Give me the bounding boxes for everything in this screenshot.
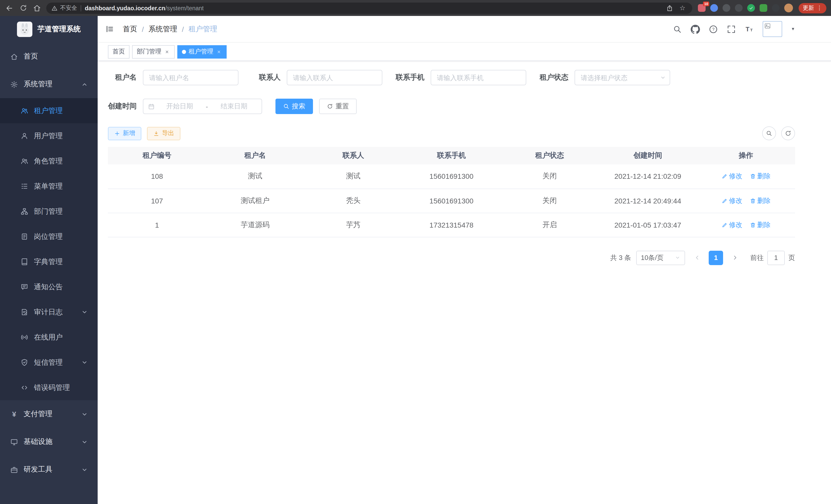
extension-icon-2[interactable] [710,4,718,12]
sidebar-item-home[interactable]: 首页 [0,42,98,70]
tenant-table: 租户编号 租户名 联系人 联系手机 租户状态 创建时间 操作 108 测试 [108,147,795,237]
tags-view: 首页 部门管理 租户管理 [98,42,831,61]
chevron-down-icon [81,359,88,366]
shield-icon [21,359,28,366]
date-end-placeholder[interactable]: 结束日期 [211,102,257,111]
delete-link[interactable]: 删除 [749,172,771,181]
font-size-icon[interactable]: TT [745,24,754,34]
mobile-label: 联系手机 [396,73,431,82]
reset-button[interactable]: 重置 [319,99,357,114]
sidebar-item-dept[interactable]: 部门管理 [0,199,98,224]
header-actions: ? TT ▼ [673,21,795,37]
profile-avatar[interactable] [784,4,793,12]
address-bar[interactable]: 不安全 dashboard.yudao.iocoder.cn/system/te… [46,2,692,13]
user-avatar[interactable] [763,21,782,37]
svg-text:?: ? [712,27,715,31]
cell-mobile: 15601691300 [402,188,500,213]
sidebar-item-error-code[interactable]: 错误码管理 [0,375,98,400]
cell-name: 测试租户 [206,188,304,213]
page-size-select[interactable]: 10条/页 [636,250,685,265]
edit-link[interactable]: 修改 [721,196,742,205]
trash-icon [749,222,756,228]
extension-icon-6[interactable] [760,4,767,12]
tab-dept[interactable]: 部门管理 [132,45,175,58]
sidebar-item-payment[interactable]: ¥ 支付管理 [0,400,98,428]
sidebar-item-sms[interactable]: 短信管理 [0,350,98,375]
sidebar-item-tenant[interactable]: 租户管理 [0,98,98,123]
menu-label: 通知公告 [34,282,88,292]
edit-link[interactable]: 修改 [721,172,742,181]
edit-icon [721,222,727,228]
reload-button[interactable] [19,3,28,12]
extension-icon-4[interactable] [735,4,743,12]
search-icon[interactable] [673,24,682,34]
col-status: 租户状态 [500,147,599,165]
url-path: /system/tenant [165,5,204,11]
current-page[interactable]: 1 [709,250,723,265]
avatar-caret-icon[interactable]: ▼ [791,27,795,31]
sidebar-item-infra[interactable]: 基础设施 [0,428,98,456]
extension-icon-1[interactable]: 10 [698,4,706,12]
sidebar-item-devtools[interactable]: 研发工具 [0,456,98,483]
breadcrumb-system[interactable]: 系统管理 [148,24,177,34]
cell-mobile: 15601691300 [402,165,500,188]
extension-icon-5[interactable] [747,4,755,12]
sidebar-item-menu[interactable]: 菜单管理 [0,174,98,199]
date-start-placeholder[interactable]: 开始日期 [157,102,203,111]
goto-page-input[interactable] [767,250,785,265]
search-button[interactable]: 搜索 [276,99,313,114]
close-icon[interactable] [216,49,222,55]
sidebar-item-role[interactable]: 角色管理 [0,148,98,174]
delete-link[interactable]: 删除 [749,220,771,229]
bookmark-star-icon[interactable]: ☆ [678,3,687,12]
share-icon[interactable] [665,3,674,12]
next-page-button[interactable] [728,250,742,265]
extension-icon-7[interactable] [772,4,780,12]
sidebar: 芋道管理系统 首页 系统管理 租户管理 [0,16,98,504]
sidebar-item-notice[interactable]: 通知公告 [0,274,98,299]
status-select-input[interactable] [575,70,670,85]
sidebar-item-system[interactable]: 系统管理 [0,70,98,98]
sidebar-item-post[interactable]: 岗位管理 [0,224,98,249]
export-button[interactable]: 导出 [147,127,180,140]
tenant-name-input[interactable] [143,70,238,85]
sidebar-item-audit-log[interactable]: 审计日志 [0,299,98,325]
url-text: dashboard.yudao.iocoder.cn/system/tenant [85,5,204,11]
tab-tenant[interactable]: 租户管理 [177,45,227,58]
home-button[interactable] [32,3,41,12]
breadcrumb: 首页 / 系统管理 / 租户管理 [123,24,218,34]
prev-page-button[interactable] [690,250,704,265]
site-security[interactable]: 不安全 [51,4,77,12]
back-button[interactable] [5,3,14,12]
breadcrumb-current: 租户管理 [189,24,218,34]
menu-label: 短信管理 [34,358,75,367]
sidebar-item-online-users[interactable]: 在线用户 [0,325,98,350]
breadcrumb-home[interactable]: 首页 [123,24,137,34]
update-button[interactable]: 更新 ⋮ [799,3,826,13]
sidebar-item-dict[interactable]: 字典管理 [0,249,98,274]
sidebar-collapse-button[interactable] [105,25,114,33]
edit-link[interactable]: 修改 [721,220,742,229]
menu-label: 字典管理 [34,257,88,266]
mobile-input[interactable] [431,70,526,85]
toggle-search-button[interactable] [762,126,776,140]
cell-id: 108 [108,165,206,188]
date-range-picker[interactable]: 开始日期 - 结束日期 [143,99,262,114]
contact-input[interactable] [287,70,382,85]
add-button[interactable]: 新增 [108,127,141,140]
delete-link[interactable]: 删除 [749,196,771,205]
refresh-table-button[interactable] [781,126,795,140]
extension-icon-3[interactable] [722,4,730,12]
status-select[interactable] [575,70,670,85]
fullscreen-icon[interactable] [727,24,736,34]
chevron-down-icon [81,438,88,446]
close-icon[interactable] [164,49,170,55]
tab-home[interactable]: 首页 [108,45,130,58]
sidebar-item-user[interactable]: 用户管理 [0,123,98,148]
date-separator: - [205,102,209,110]
plus-icon [114,130,120,137]
update-label: 更新 [803,4,814,12]
github-icon[interactable] [691,24,700,34]
col-mobile: 联系手机 [402,147,500,165]
help-icon[interactable]: ? [709,24,718,34]
